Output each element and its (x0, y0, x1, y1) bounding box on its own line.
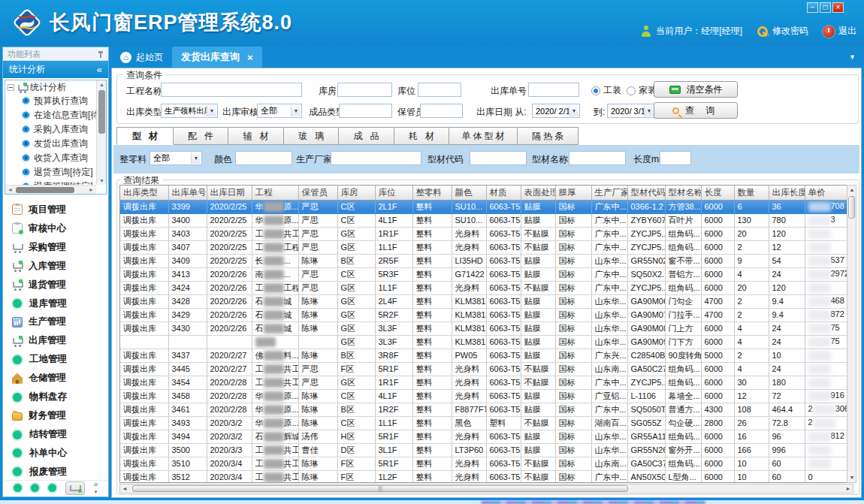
grid-row[interactable]: 调拨出库34002020/2/25华原...严思C区4L1F整料SU10...6… (120, 213, 853, 227)
grid-cell[interactable]: 工共工程 (252, 227, 298, 240)
grid-cell[interactable]: G区 (337, 376, 375, 389)
grid-cell[interactable]: 调拨出库 (120, 349, 168, 362)
grid-cell[interactable]: 门勾企 (665, 294, 701, 308)
grid-cell[interactable]: 贴膜 (521, 430, 555, 443)
grid-cell[interactable]: 调拨出库 (120, 376, 168, 389)
grid-cell[interactable]: 石辉城 (252, 430, 298, 443)
grid-cell[interactable]: 2 (734, 308, 769, 321)
radio-jiazhuang[interactable]: 家装 (627, 84, 657, 97)
grid-cell[interactable]: 山东华... (591, 294, 627, 308)
grid-cell[interactable]: 6063-T5 (486, 321, 521, 335)
grid-cell[interactable]: 2 (734, 349, 769, 362)
grid-cell[interactable]: 3399 (168, 200, 207, 213)
grid-cell[interactable]: 3500 (168, 443, 207, 457)
close-button[interactable]: × (832, 2, 844, 13)
grid-cell[interactable]: 2020/2/26 (207, 267, 252, 281)
sidebar-menu-item[interactable]: 退货管理 (5, 279, 107, 291)
grid-cell[interactable]: 2020/2/27 (207, 362, 252, 376)
grid-cell[interactable]: 6000 (701, 200, 734, 213)
grid-cell[interactable]: 54 (769, 254, 805, 267)
grid-cell[interactable]: 陈琳 (298, 389, 337, 403)
grid-cell[interactable]: 2 (734, 240, 769, 254)
grid-cell[interactable]: C区 (337, 267, 375, 281)
grid-cell[interactable]: 24 (769, 362, 805, 376)
grid-cell[interactable]: B区 (337, 254, 375, 267)
grid-cell[interactable]: 不贴膜 (521, 240, 555, 254)
grid-cell[interactable]: 光身料 (452, 240, 486, 254)
radio-gongzhuang[interactable]: 工装 (591, 84, 621, 97)
grid-cell[interactable] (805, 443, 850, 457)
grid-cell[interactable]: 2L1F (375, 200, 412, 213)
grid-cell[interactable]: 广东中... (591, 267, 627, 281)
grid-cell[interactable]: 6063-T5 (486, 349, 521, 362)
grid-cell[interactable]: 陈琳 (298, 349, 337, 362)
grid-cell[interactable]: G区 (337, 240, 375, 254)
more-modules-button[interactable]: » ▼ (94, 481, 98, 496)
grid-cell[interactable]: 光身料 (452, 376, 486, 389)
grid-cell[interactable]: 1L1F (375, 240, 412, 254)
grid-cell[interactable]: 3409 (168, 254, 207, 267)
grid-cell[interactable]: 3458 (168, 389, 207, 403)
grid-cell[interactable]: 湖南百... (591, 416, 627, 430)
grid-cell[interactable]: 6063-T5 (486, 254, 521, 267)
material-tab[interactable]: 玻璃 (284, 127, 339, 145)
grid-cell[interactable]: 不贴膜 (521, 470, 555, 483)
grid-row[interactable]: 调拨出库34292020/2/26石城陈琳G区5R2F整料KLM38176063… (120, 308, 853, 321)
grid-cell[interactable]: 调拨出库 (120, 430, 168, 443)
grid-cell[interactable]: 严思 (298, 200, 337, 213)
material-tab[interactable]: 单体型材 (449, 127, 518, 145)
grid-cell[interactable]: B区 (337, 349, 375, 362)
grid-cell[interactable]: 3428 (168, 294, 207, 308)
grid-cell[interactable]: 调拨出库 (120, 200, 168, 213)
grid-cell[interactable]: 广亚铝... (591, 389, 627, 403)
grid-cell[interactable]: ZYCJP5... (627, 281, 665, 294)
grid-cell[interactable]: KLM3817 (452, 321, 486, 335)
grid-cell[interactable]: 6063-T5 (486, 430, 521, 443)
grid-cell[interactable]: 24 (769, 321, 805, 335)
grid-cell[interactable]: 国标 (555, 308, 591, 321)
grid-cell[interactable]: 9 (734, 254, 769, 267)
grid-cell[interactable]: 国标 (555, 321, 591, 335)
grid-cell[interactable]: 3L1F (375, 443, 412, 457)
grid-cell[interactable]: SQ5050T20 (627, 403, 665, 416)
grid-cell[interactable]: 组角码... (665, 227, 701, 240)
grid-cell[interactable]: 严思 (298, 240, 337, 254)
grid-cell[interactable]: 4700 (701, 308, 734, 321)
grid-cell[interactable]: LI35HD (452, 254, 486, 267)
grid-cell[interactable]: 百叶片 (665, 213, 701, 227)
tree-root-statistics[interactable]: 统计分析 (5, 80, 96, 94)
grid-cell[interactable]: 不贴膜 (521, 376, 555, 389)
grid-cell[interactable]: G区 (337, 335, 375, 349)
grid-cell[interactable]: 普铝方... (665, 267, 701, 281)
grid-cell[interactable]: 2 (734, 294, 769, 308)
tree-item[interactable]: 退货查询[待定] (5, 165, 96, 180)
grid-cell[interactable]: 130 (734, 213, 769, 227)
grid-column-header[interactable]: 生产厂家 (591, 186, 627, 200)
grid-cell[interactable]: 10 (734, 470, 769, 483)
grid-cell[interactable]: KLM3817 (452, 335, 486, 349)
grid-row[interactable]: 调拨出库34072020/2/25工工程严思G区1L1F整料光身料6063-T5… (120, 240, 853, 254)
grid-cell[interactable]: 916 (805, 389, 850, 403)
grid-cell[interactable]: 组角码... (665, 457, 701, 470)
grid-cell[interactable]: 国标 (555, 349, 591, 362)
grid-cell[interactable]: 3461 (168, 403, 207, 416)
grid-cell[interactable]: 整料 (412, 416, 452, 430)
grid-cell[interactable]: 勾企硬... (665, 416, 701, 430)
grid-cell[interactable]: 不贴膜 (521, 281, 555, 294)
grid-cell[interactable]: 2020/2/26 (207, 281, 252, 294)
grid-cell[interactable]: 6063-T5 (486, 457, 521, 470)
grid-cell[interactable]: 96 (769, 430, 805, 443)
grid-cell[interactable]: 120 (769, 227, 805, 240)
grid-cell[interactable]: 2020/2/26 (207, 308, 252, 321)
sidebar-menu-item[interactable]: 入库管理 (5, 260, 107, 273)
grid-cell[interactable]: 国标 (555, 213, 591, 227)
grid-cell[interactable]: 6063-T5 (486, 200, 521, 213)
grid-cell[interactable]: 广东中... (591, 470, 627, 483)
grid-cell[interactable]: 6063-T5 (486, 335, 521, 349)
grid-row[interactable]: 调拨出库34452020/2/27工共工程严思F区5R1F整料光身料6063-T… (120, 362, 853, 376)
grid-cell[interactable]: 整料 (412, 349, 452, 362)
grid-cell[interactable]: 3437 (168, 349, 207, 362)
grid-cell[interactable]: 整料 (412, 321, 452, 335)
grid-column-header[interactable]: 膜厚 (555, 186, 591, 200)
grid-cell[interactable]: C区 (337, 213, 375, 227)
